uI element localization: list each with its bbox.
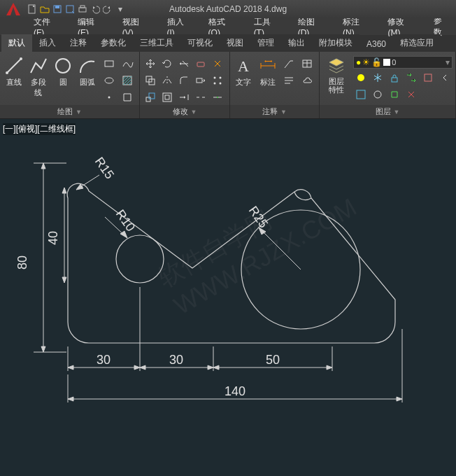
hatch-icon[interactable] bbox=[120, 73, 135, 88]
chevron-down-icon: ▾ bbox=[446, 57, 450, 67]
dim-r10: R10 bbox=[113, 207, 138, 234]
dim-r25: R25 bbox=[246, 204, 271, 231]
dim-50: 50 bbox=[266, 353, 280, 367]
svg-rect-4 bbox=[79, 8, 86, 12]
svg-rect-33 bbox=[357, 90, 365, 99]
mtext-icon[interactable] bbox=[281, 73, 297, 88]
point-icon[interactable] bbox=[101, 90, 117, 105]
layer-delete-icon[interactable] bbox=[404, 87, 419, 102]
tab-parametric[interactable]: 参数化 bbox=[94, 34, 133, 52]
text-button[interactable]: A 文字 bbox=[233, 53, 255, 88]
svg-point-19 bbox=[220, 77, 222, 79]
qat-redo-icon[interactable] bbox=[102, 4, 113, 15]
extend-icon[interactable] bbox=[176, 90, 192, 105]
leader-icon[interactable] bbox=[281, 56, 297, 71]
layer-merge-icon[interactable] bbox=[387, 87, 402, 102]
region-icon[interactable] bbox=[120, 90, 135, 105]
circle-button[interactable]: 圆 bbox=[52, 53, 74, 88]
drawing-canvas[interactable]: [一][俯视][二维线框] 软件自学网WWW.RJZX.COM bbox=[0, 119, 456, 476]
tab-addons[interactable]: 附加模块 bbox=[312, 34, 359, 52]
tab-default[interactable]: 默认 bbox=[1, 34, 32, 52]
tab-manage[interactable]: 管理 bbox=[250, 34, 281, 52]
color-swatch bbox=[383, 59, 390, 66]
tab-3dtools[interactable]: 三维工具 bbox=[133, 34, 180, 52]
layer-properties-button[interactable]: 图层特性 bbox=[322, 53, 350, 94]
layer-walk-icon[interactable] bbox=[370, 87, 385, 102]
table-icon[interactable] bbox=[299, 56, 315, 71]
copy-icon[interactable] bbox=[143, 73, 158, 88]
lock-icon: 🔓 bbox=[371, 57, 382, 67]
polyline-button[interactable]: 多段线 bbox=[27, 53, 49, 98]
join-icon[interactable] bbox=[210, 90, 225, 105]
svg-point-35 bbox=[116, 235, 164, 283]
panel-layers-title[interactable]: 图层▼ bbox=[320, 105, 455, 118]
layer-dropdown[interactable]: ● ☀ 🔓 0 ▾ bbox=[353, 56, 453, 69]
explode-icon[interactable] bbox=[210, 56, 225, 71]
sun-icon: ☀ bbox=[362, 57, 370, 67]
layer-off-icon[interactable] bbox=[353, 70, 369, 85]
modify-buttons bbox=[143, 53, 225, 105]
tab-insert[interactable]: 插入 bbox=[32, 34, 63, 52]
panel-draw: 直线 多段线 圆 圆弧 绘图▼ bbox=[0, 52, 140, 118]
rotate-icon[interactable] bbox=[159, 56, 175, 71]
svg-point-7 bbox=[6, 71, 8, 74]
arc-button[interactable]: 圆弧 bbox=[77, 53, 99, 88]
fillet-icon[interactable] bbox=[176, 73, 192, 88]
line-button[interactable]: 直线 bbox=[3, 53, 24, 88]
qat-plot-icon[interactable] bbox=[77, 4, 88, 15]
dim-30a: 30 bbox=[97, 353, 111, 367]
mirror-icon[interactable] bbox=[159, 73, 175, 88]
layer-freeze-icon[interactable] bbox=[370, 70, 385, 85]
scale-icon[interactable] bbox=[143, 90, 158, 105]
svg-point-34 bbox=[374, 91, 381, 98]
tab-featured[interactable]: 精选应用 bbox=[393, 34, 441, 52]
tab-visualize[interactable]: 可视化 bbox=[180, 34, 220, 52]
svg-rect-17 bbox=[197, 78, 202, 83]
array-icon[interactable] bbox=[210, 73, 225, 88]
stretch-icon[interactable] bbox=[193, 73, 208, 88]
svg-point-18 bbox=[214, 77, 216, 79]
trim-icon[interactable] bbox=[176, 56, 192, 71]
qat-dropdown-icon[interactable]: ▾ bbox=[115, 4, 126, 15]
layer-prev-icon[interactable] bbox=[437, 70, 453, 85]
svg-point-30 bbox=[357, 74, 364, 81]
svg-rect-22 bbox=[146, 97, 150, 102]
offset-icon[interactable] bbox=[159, 90, 175, 105]
layer-iso-icon[interactable] bbox=[420, 70, 436, 85]
qat-undo-icon[interactable] bbox=[90, 4, 101, 15]
chevron-down-icon: ▼ bbox=[76, 108, 82, 115]
ellipse-icon[interactable] bbox=[101, 73, 117, 88]
qat-save-icon[interactable] bbox=[52, 4, 63, 15]
tab-view[interactable]: 视图 bbox=[220, 34, 250, 52]
svg-rect-10 bbox=[105, 61, 113, 66]
panel-annotate-title[interactable]: 注释▼ bbox=[230, 105, 319, 118]
qat-saveas-icon[interactable] bbox=[64, 4, 76, 15]
tab-output[interactable]: 输出 bbox=[281, 34, 312, 52]
annotate-small bbox=[281, 53, 316, 88]
bulb-icon: ● bbox=[356, 57, 361, 67]
qat-open-icon[interactable] bbox=[39, 4, 50, 15]
layer-match-icon[interactable] bbox=[404, 70, 419, 85]
ribbon-tabs: 默认 插入 注释 参数化 三维工具 可视化 视图 管理 输出 附加模块 A360… bbox=[0, 35, 456, 52]
window-title: Autodesk AutoCAD 2018 4.dwg bbox=[169, 4, 287, 14]
tab-a360[interactable]: A360 bbox=[359, 36, 393, 52]
chevron-down-icon: ▼ bbox=[394, 108, 400, 115]
dimension-button[interactable]: ⟷ 标注 bbox=[257, 53, 279, 88]
tab-annotate[interactable]: 注释 bbox=[63, 34, 94, 52]
cloud-icon[interactable] bbox=[299, 73, 315, 88]
break-icon[interactable] bbox=[193, 90, 208, 105]
layer-lock-icon[interactable] bbox=[387, 70, 402, 85]
svg-text:A: A bbox=[238, 57, 249, 75]
rectangle-icon[interactable] bbox=[101, 56, 117, 71]
panel-modify-title[interactable]: 修改▼ bbox=[140, 105, 229, 118]
panel-draw-title[interactable]: 绘图▼ bbox=[0, 105, 139, 118]
spline-icon[interactable] bbox=[120, 56, 135, 71]
layer-state-icon[interactable] bbox=[353, 87, 369, 102]
svg-rect-32 bbox=[425, 74, 432, 81]
move-icon[interactable] bbox=[143, 56, 158, 71]
layers-icon bbox=[327, 56, 346, 76]
erase-icon[interactable] bbox=[193, 56, 208, 71]
app-menu-button[interactable] bbox=[3, 0, 24, 18]
svg-point-21 bbox=[220, 83, 222, 85]
qat-new-icon[interactable] bbox=[27, 4, 38, 15]
